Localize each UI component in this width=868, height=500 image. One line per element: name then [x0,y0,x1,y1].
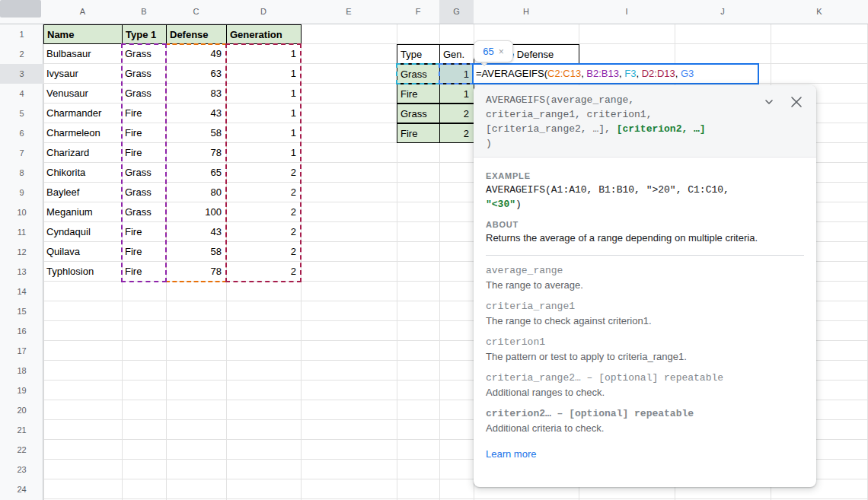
cell-C9[interactable]: 80 [166,183,226,202]
cell-D9[interactable]: 2 [226,183,301,202]
cell-C2[interactable]: 49 [166,44,226,64]
cell-F4[interactable]: Fire [397,84,440,104]
cell-D10[interactable]: 2 [226,202,301,222]
cell-D11[interactable]: 2 [226,222,301,242]
col-header-K[interactable]: K [771,0,868,24]
row-header-8[interactable]: 8 [0,163,43,183]
cell-B8[interactable]: Grass [122,163,166,183]
cell-C6[interactable]: 58 [166,123,226,143]
row-header-20[interactable]: 20 [0,400,43,420]
row-header-9[interactable]: 9 [0,183,43,202]
cell-A2[interactable]: Bulbasaur [43,44,122,64]
cell-D5[interactable]: 1 [226,104,301,123]
cell-G3[interactable]: 1 [439,64,474,84]
cell-D6[interactable]: 1 [226,123,301,143]
cell-G2[interactable]: Gen. [439,44,474,64]
cell-A6[interactable]: Charmeleon [43,123,122,143]
row-header-23[interactable]: 23 [0,460,43,479]
cell-B3[interactable]: Grass [122,64,166,84]
cell-D3[interactable]: 1 [226,64,301,84]
cell-C3[interactable]: 63 [166,64,226,84]
row-header-1[interactable]: 1 [0,24,43,44]
col-header-D[interactable]: D [226,0,301,24]
cell-A9[interactable]: Bayleef [43,183,122,202]
preview-close-icon[interactable]: × [499,46,504,57]
cell-B7[interactable]: Fire [122,143,166,163]
formula-cell-editor[interactable]: =AVERAGEIFS(C2:C13, B2:B13, F3, D2:D13, … [472,63,759,84]
cell-A5[interactable]: Charmander [43,104,122,123]
col-header-F[interactable]: F [397,0,439,24]
row-header-15[interactable]: 15 [0,301,43,321]
row-header-4[interactable]: 4 [0,84,43,104]
cell-C7[interactable]: 78 [166,143,226,163]
cell-D12[interactable]: 2 [226,242,301,262]
close-icon[interactable] [789,94,804,110]
cell-C13[interactable]: 78 [166,262,226,282]
cell-B11[interactable]: Fire [122,222,166,242]
row-header-18[interactable]: 18 [0,361,43,381]
col-header-H[interactable]: H [474,0,579,24]
cell-C1[interactable]: Defense [166,24,227,44]
row-header-11[interactable]: 11 [0,222,43,242]
row-header-24[interactable]: 24 [0,479,43,499]
cell-G5[interactable]: 2 [439,104,474,123]
col-header-J[interactable]: J [675,0,771,24]
row-header-14[interactable]: 14 [0,282,43,301]
row-header-22[interactable]: 22 [0,440,43,460]
cell-A4[interactable]: Venusaur [43,84,122,104]
row-header-7[interactable]: 7 [0,143,43,163]
cell-B2[interactable]: Grass [122,44,166,64]
cell-B12[interactable]: Fire [122,242,166,262]
cell-D8[interactable]: 2 [226,163,301,183]
cell-A13[interactable]: Typhlosion [43,262,122,282]
cell-F5[interactable]: Grass [397,104,440,123]
row-header-16[interactable]: 16 [0,321,43,341]
cell-B13[interactable]: Fire [122,262,166,282]
cell-C11[interactable]: 43 [166,222,226,242]
row-header-21[interactable]: 21 [0,420,43,440]
cell-F3[interactable]: Grass [397,64,440,84]
cell-B1[interactable]: Type 1 [122,24,167,44]
cell-C10[interactable]: 100 [166,202,226,222]
cell-A11[interactable]: Cyndaquil [43,222,122,242]
cell-D2[interactable]: 1 [226,44,301,64]
row-header-12[interactable]: 12 [0,242,43,262]
cell-B4[interactable]: Grass [122,84,166,104]
cell-A7[interactable]: Charizard [43,143,122,163]
col-header-B[interactable]: B [122,0,166,24]
col-header-E[interactable]: E [301,0,397,24]
row-header-19[interactable]: 19 [0,381,43,400]
cell-F6[interactable]: Fire [397,123,440,143]
learn-more-link[interactable]: Learn more [486,448,536,460]
cell-C8[interactable]: 65 [166,163,226,183]
cell-C4[interactable]: 83 [166,84,226,104]
col-header-I[interactable]: I [579,0,675,24]
cell-A3[interactable]: Ivysaur [43,64,122,84]
row-header-17[interactable]: 17 [0,341,43,361]
cell-D13[interactable]: 2 [226,262,301,282]
cell-C5[interactable]: 43 [166,104,226,123]
cell-A8[interactable]: Chikorita [43,163,122,183]
collapse-chevron-icon[interactable] [761,94,777,110]
cell-D4[interactable]: 1 [226,84,301,104]
row-header-10[interactable]: 10 [0,202,43,222]
cell-A1[interactable]: Name [43,24,123,44]
row-header-2[interactable]: 2 [0,44,43,64]
cell-B6[interactable]: Fire [122,123,166,143]
cell-D1[interactable]: Generation [226,24,302,44]
row-header-6[interactable]: 6 [0,123,43,143]
row-header-3[interactable]: 3 [0,64,43,84]
cell-G6[interactable]: 2 [439,123,474,143]
cell-A12[interactable]: Quilava [43,242,122,262]
row-header-5[interactable]: 5 [0,104,43,123]
cell-F2[interactable]: Type [397,44,440,64]
cell-A10[interactable]: Meganium [43,202,122,222]
col-header-C[interactable]: C [166,0,226,24]
cell-C12[interactable]: 58 [166,242,226,262]
select-all-corner[interactable] [0,0,41,18]
cell-B5[interactable]: Fire [122,104,166,123]
cell-G4[interactable]: 1 [439,84,474,104]
cell-B9[interactable]: Grass [122,183,166,202]
col-header-G[interactable]: G [439,0,474,24]
col-header-A[interactable]: A [43,0,122,24]
